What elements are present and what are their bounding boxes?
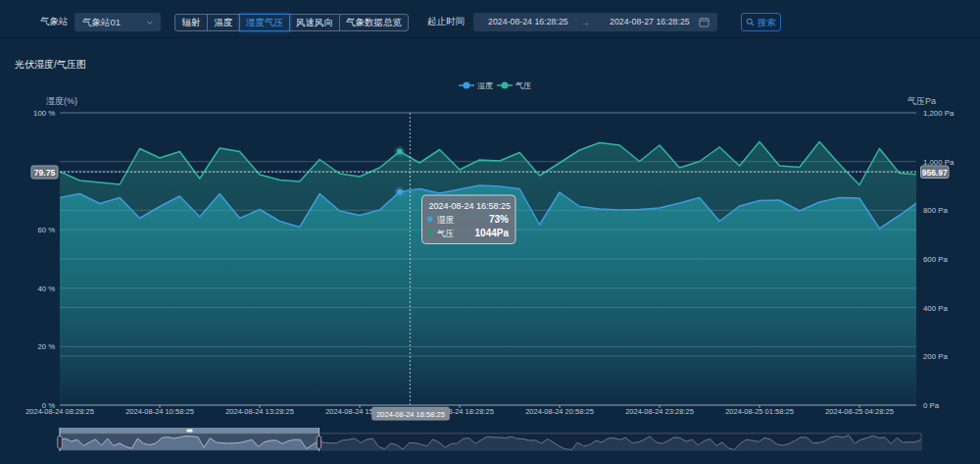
svg-text:1,000 Pa: 1,000 Pa <box>923 158 955 167</box>
svg-text:湿度(%): 湿度(%) <box>46 96 77 106</box>
svg-text:400 Pa: 400 Pa <box>923 304 948 313</box>
svg-text:湿度: 湿度 <box>437 215 455 225</box>
svg-text:2024-08-24 20:58:25: 2024-08-24 20:58:25 <box>525 407 594 416</box>
svg-text:气压Pa: 气压Pa <box>906 96 936 106</box>
svg-text:79.75: 79.75 <box>34 168 56 178</box>
svg-text:40 %: 40 % <box>37 284 55 293</box>
svg-text:800 Pa: 800 Pa <box>923 206 948 215</box>
svg-text:73%: 73% <box>489 214 509 225</box>
svg-text:2024-08-24 23:28:25: 2024-08-24 23:28:25 <box>625 407 694 416</box>
svg-text:956.97: 956.97 <box>922 168 948 178</box>
svg-text:2024-08-24 10:58:25: 2024-08-24 10:58:25 <box>125 407 194 416</box>
svg-text:0 Pa: 0 Pa <box>923 401 940 410</box>
svg-text:光伏湿度/气压图: 光伏湿度/气压图 <box>15 59 86 70</box>
svg-text:200 Pa: 200 Pa <box>923 352 948 361</box>
svg-text:1,200 Pa: 1,200 Pa <box>923 109 955 118</box>
svg-text:2024-08-25 01:58:25: 2024-08-25 01:58:25 <box>725 407 794 416</box>
svg-text:2024-08-24 16:58:25: 2024-08-24 16:58:25 <box>429 201 512 211</box>
svg-text:湿度: 湿度 <box>477 81 493 90</box>
svg-text:2024-08-24 13:28:25: 2024-08-24 13:28:25 <box>225 407 294 416</box>
svg-text:20 %: 20 % <box>37 342 55 351</box>
svg-text:2024-08-25 04:28:25: 2024-08-25 04:28:25 <box>825 407 894 416</box>
svg-text:600 Pa: 600 Pa <box>923 255 948 264</box>
svg-text:100 %: 100 % <box>33 109 55 118</box>
svg-text:2024-08-24 08:28:25: 2024-08-24 08:28:25 <box>25 407 94 416</box>
svg-text:气压: 气压 <box>515 81 531 90</box>
svg-text:60 %: 60 % <box>37 226 55 234</box>
svg-text:1044Pa: 1044Pa <box>475 228 510 238</box>
svg-text:0 %: 0 % <box>42 401 56 410</box>
svg-text:气压: 气压 <box>437 229 455 238</box>
svg-text:2024-08-24 16:58:25: 2024-08-24 16:58:25 <box>376 410 445 419</box>
